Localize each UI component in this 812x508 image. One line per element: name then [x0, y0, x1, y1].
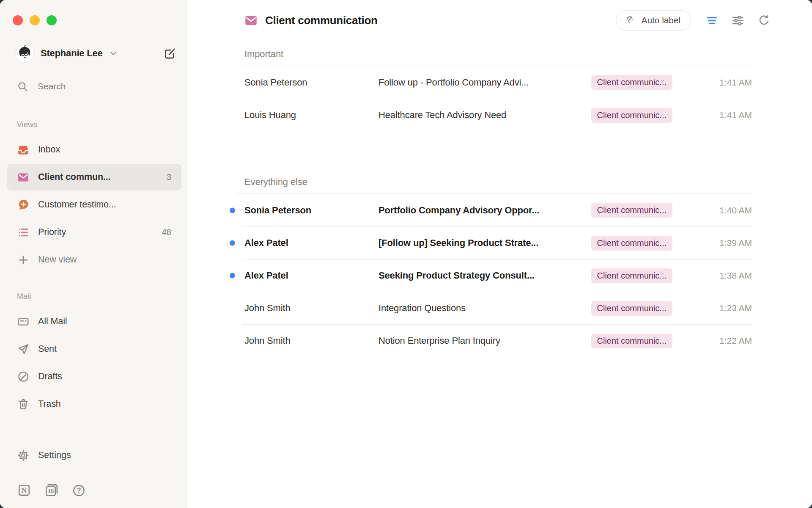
email-row[interactable]: John Smith Notion Enterprise Plan Inquir… — [242, 324, 752, 357]
email-time: 1:39 AM — [689, 238, 752, 248]
label-chip[interactable]: Client communic... — [591, 75, 673, 90]
section-rows: Sonia Peterson Follow up - Portfolio Com… — [242, 66, 752, 131]
sidebar-item-drafts[interactable]: Drafts — [7, 363, 181, 390]
auto-label-button[interactable]: Auto label — [616, 10, 691, 30]
calendar-icon[interactable]: 15 — [44, 483, 59, 498]
sliders-icon[interactable] — [731, 14, 745, 28]
filter-icon[interactable] — [705, 14, 719, 28]
priority-list-icon — [17, 226, 30, 239]
unread-dot — [230, 207, 235, 213]
svg-text:N: N — [22, 486, 27, 494]
sidebar: Stephanie Lee Search Views — [0, 0, 187, 508]
refresh-icon[interactable] — [757, 14, 771, 27]
email-row[interactable]: Alex Patel [Follow up] Seeking Product S… — [242, 226, 752, 259]
views-list: Inbox Client commun... 3 — [0, 136, 187, 273]
send-icon — [17, 343, 30, 356]
unread-dot — [230, 240, 235, 246]
search-button[interactable]: Search — [17, 80, 176, 92]
email-sender: John Smith — [244, 335, 379, 346]
email-subject: [Follow up] Seeking Product Strate... — [379, 237, 591, 248]
email-subject: Seeking Product Strategy Consult... — [379, 270, 591, 281]
sidebar-item-trash[interactable]: Trash — [7, 391, 181, 417]
unread-dot — [230, 273, 235, 279]
compose-icon[interactable] — [163, 47, 176, 60]
section-important: Important Sonia Peterson Follow up - Por… — [237, 41, 752, 131]
sidebar-item-label: New view — [38, 254, 77, 265]
sidebar-item-label: Sent — [38, 344, 57, 354]
sidebar-item-new-view[interactable]: New view — [7, 246, 181, 273]
main-header: Client communication Auto label — [187, 0, 812, 41]
email-row[interactable]: Sonia Peterson Portfolio Company Advisor… — [242, 194, 752, 226]
sidebar-item-badge: 48 — [162, 227, 171, 237]
email-sender: Sonia Peterson — [244, 205, 379, 216]
section-title: Important — [244, 49, 283, 59]
email-sender: Sonia Peterson — [244, 77, 379, 88]
label-chip[interactable]: Client communic... — [591, 334, 673, 348]
section-everything-else: Everything else Sonia Peterson Portfolio… — [237, 131, 752, 357]
email-row[interactable]: Alex Patel Seeking Product Strategy Cons… — [242, 259, 752, 292]
minimize-window-button[interactable] — [30, 15, 40, 25]
email-sender: John Smith — [244, 303, 379, 314]
header-actions: Auto label — [616, 10, 771, 30]
label-chip[interactable]: Client communic... — [591, 301, 673, 316]
envelope-icon — [17, 171, 30, 184]
all-mail-icon — [17, 315, 30, 328]
email-row[interactable]: John Smith Integration Questions Client … — [242, 292, 752, 324]
sidebar-item-client-communication[interactable]: Client commun... 3 — [7, 164, 181, 190]
section-rows: Sonia Peterson Portfolio Company Advisor… — [242, 194, 752, 357]
label-chip[interactable]: Client communic... — [591, 108, 673, 123]
sidebar-item-label: Drafts — [38, 371, 62, 382]
gear-icon — [17, 449, 30, 462]
email-time: 1:23 AM — [689, 303, 752, 313]
sidebar-item-all-mail[interactable]: All Mail — [7, 308, 181, 335]
user-name: Stephanie Lee — [41, 48, 103, 59]
email-row[interactable]: Louis Huang Healthcare Tech Advisory Nee… — [242, 99, 752, 131]
email-time: 1:41 AM — [689, 77, 752, 88]
email-subject: Follow up - Portfolio Company Advi... — [379, 77, 591, 88]
sidebar-item-sent[interactable]: Sent — [7, 336, 181, 362]
chevron-down-icon — [108, 48, 118, 58]
settings-label: Settings — [38, 450, 71, 461]
sidebar-item-label: Inbox — [38, 144, 60, 155]
notion-logo-icon[interactable]: N — [17, 483, 31, 497]
email-subject: Healthcare Tech Advisory Need — [379, 110, 591, 121]
email-subject: Integration Questions — [379, 303, 591, 314]
section-header: Everything else — [237, 131, 752, 194]
section-title: Everything else — [244, 177, 307, 187]
sidebar-item-label: Client commun... — [38, 172, 111, 182]
label-chip[interactable]: Client communic... — [591, 236, 673, 251]
mail-section-label: Mail — [17, 292, 187, 301]
svg-text:15: 15 — [48, 488, 54, 494]
maximize-window-button[interactable] — [47, 15, 57, 25]
label-chip[interactable]: Client communic... — [591, 268, 673, 283]
sidebar-item-inbox[interactable]: Inbox — [7, 136, 181, 163]
sidebar-item-badge: 3 — [167, 172, 171, 182]
avatar — [16, 44, 33, 62]
sidebar-item-label: Customer testimo... — [38, 199, 116, 210]
email-row[interactable]: Sonia Peterson Follow up - Portfolio Com… — [242, 66, 752, 99]
sidebar-item-label: Trash — [38, 399, 61, 409]
email-subject: Notion Enterprise Plan Inquiry — [379, 335, 591, 346]
search-icon — [17, 81, 28, 92]
email-time: 1:38 AM — [689, 271, 752, 281]
email-sender: Louis Huang — [244, 110, 379, 121]
email-sender: Alex Patel — [244, 270, 379, 281]
chat-bubble-plus-icon — [17, 199, 30, 211]
auto-label-icon — [625, 14, 636, 26]
sidebar-item-priority[interactable]: Priority 48 — [7, 219, 181, 246]
email-subject: Portfolio Company Advisory Oppor... — [379, 205, 591, 216]
close-window-button[interactable] — [13, 15, 23, 25]
auto-label-label: Auto label — [642, 15, 680, 25]
help-icon[interactable]: ? — [72, 483, 86, 497]
plus-icon — [17, 254, 30, 266]
envelope-icon — [244, 14, 258, 28]
email-time: 1:41 AM — [689, 110, 752, 120]
email-list: Important Sonia Peterson Follow up - Por… — [237, 41, 752, 357]
search-label: Search — [38, 81, 66, 91]
trash-icon — [17, 398, 30, 411]
label-chip[interactable]: Client communic... — [591, 203, 673, 218]
sidebar-item-customer-testimonials[interactable]: Customer testimo... — [7, 191, 181, 218]
page-title: Client communication — [265, 14, 378, 27]
account-switcher[interactable]: Stephanie Lee — [16, 44, 176, 63]
sidebar-item-settings[interactable]: Settings — [7, 442, 181, 469]
